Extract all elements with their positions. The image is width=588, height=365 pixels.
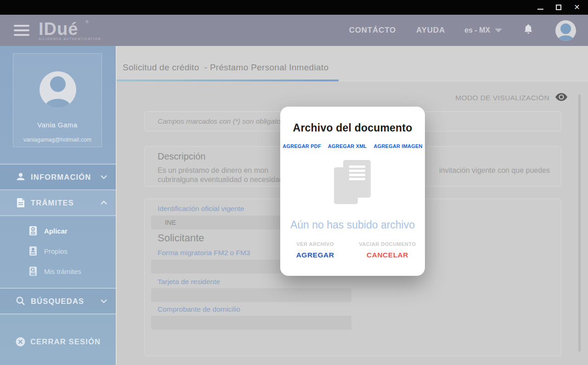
avatar-head-shape	[560, 23, 571, 34]
applicant-section-heading: Solicitante	[158, 232, 204, 244]
minimize-icon[interactable]	[536, 3, 545, 12]
tarjeta-field-label: Tarjeta de residente	[158, 278, 220, 286]
language-selector[interactable]: es - MX	[464, 26, 502, 34]
person-icon	[15, 172, 26, 182]
app-header: IDué ® DILIGENCE AUTHENTICATION CONTÁCTO…	[0, 15, 588, 46]
tarjeta-field-input[interactable]	[151, 288, 351, 302]
x-circle-icon	[15, 336, 26, 347]
sidebar-item-label: BÚSQUEDAS	[31, 297, 84, 306]
page-title-row: Solicitud de crédito - Préstamo Personal…	[117, 46, 588, 81]
registered-mark: ®	[85, 20, 89, 24]
sidebar-item-label: Mis trámites	[44, 268, 81, 275]
brand-name: IDué	[39, 21, 101, 37]
description-text-right: invitación vigente con que puedes	[439, 166, 550, 175]
sidebar-item-label: TRÁMITES	[31, 199, 74, 207]
clear-document-button[interactable]: VACIAR DOCUMENTO	[350, 241, 425, 247]
logout-button[interactable]: CERRAR SESIÓN	[0, 329, 116, 354]
comprobante-field-input[interactable]	[151, 316, 351, 330]
title-underline	[117, 80, 339, 81]
add-image-link[interactable]: AGREGAR IMAGEN	[374, 143, 423, 149]
eye-icon	[555, 93, 568, 103]
nav-help[interactable]: AYUDA	[416, 26, 445, 35]
empty-file-message: Aún no has subido archivo	[290, 219, 415, 231]
brand-logo: IDué ® DILIGENCE AUTHENTICATION	[39, 21, 101, 40]
app-window: ✕ IDué ® DILIGENCE AUTHENTICATION CONTÁC…	[0, 0, 588, 365]
avatar-torso-shape	[45, 99, 71, 108]
description-text-left: Es un préstamo de dinero en mon	[158, 166, 268, 175]
sidebar-item-label: Propios	[44, 247, 68, 255]
language-value: es - MX	[464, 26, 490, 34]
tramites-submenu: Aplicar Propios	[0, 216, 116, 288]
profile-card: Vania Gama vaniagamag@hotmail.com	[13, 53, 102, 147]
chevron-down-icon	[100, 173, 107, 181]
document-search-icon	[28, 266, 38, 276]
fm-field-label: Forma migratoria FM2 o FM3	[158, 249, 250, 257]
sidebar-item-tramites[interactable]: TRÁMITES	[0, 190, 116, 215]
nav-contact[interactable]: CONTÁCTO	[349, 26, 396, 35]
sidebar-item-informacion[interactable]: INFORMACIÓN	[0, 165, 116, 189]
profile-name: Vania Gama	[13, 121, 102, 129]
notification-bell-icon[interactable]	[523, 24, 533, 37]
id-card-icon	[28, 246, 38, 256]
sidebar-item-label: INFORMACIÓN	[31, 173, 91, 182]
chevron-down-icon	[100, 297, 107, 305]
brand-tagline: DILIGENCE AUTHENTICATION	[39, 37, 101, 40]
page-title: Solicitud de crédito - Préstamo Personal…	[123, 63, 328, 73]
sidebar-item-propios[interactable]: Propios	[0, 241, 116, 261]
user-avatar[interactable]	[555, 20, 576, 41]
sidebar-item-mis-tramites[interactable]: Mis trámites	[0, 261, 116, 281]
sidebar-item-label: Aplicar	[44, 227, 68, 235]
badge-check-icon	[28, 226, 38, 236]
avatar-torso-shape	[558, 35, 574, 41]
id-field-label: Identificación oficial vigente	[158, 205, 244, 213]
notice-text: Campos marcados con (*) son obligatorios	[158, 117, 292, 125]
view-mode-toggle[interactable]: MODO DE VISUALIZACIÓN	[455, 93, 568, 103]
chevron-up-icon	[100, 199, 107, 207]
document-file-modal: Archivo del documento AGREGAR PDF AGREGA…	[280, 107, 425, 276]
document-icon	[15, 198, 26, 208]
avatar-head-shape	[50, 76, 66, 92]
add-xml-link[interactable]: AGREGAR XML	[328, 143, 367, 149]
hamburger-menu-icon[interactable]	[14, 25, 29, 36]
chevron-down-icon	[495, 29, 502, 33]
cancel-button[interactable]: CANCELAR	[350, 251, 425, 259]
profile-email: vaniagamag@hotmail.com	[13, 137, 102, 143]
vertical-scrollbar[interactable]	[578, 94, 581, 352]
sidebar-item-aplicar[interactable]: Aplicar	[0, 221, 116, 241]
modal-title: Archivo del documento	[293, 122, 413, 134]
search-icon	[15, 296, 26, 306]
window-titlebar: ✕	[0, 0, 588, 15]
close-icon[interactable]: ✕	[572, 3, 582, 12]
view-mode-label: MODO DE VISUALIZACIÓN	[455, 94, 549, 102]
sidebar-nav: INFORMACIÓN TRÁMITES	[0, 164, 116, 314]
maximize-icon[interactable]	[554, 3, 563, 12]
profile-avatar	[40, 71, 76, 108]
view-file-button[interactable]: VER ARCHIVO	[280, 241, 350, 247]
add-pdf-link[interactable]: AGREGAR PDF	[283, 143, 321, 149]
add-button[interactable]: AGREGAR	[280, 251, 350, 259]
sidebar-item-busquedas[interactable]: BÚSQUEDAS	[0, 289, 116, 314]
comprobante-field-label: Comprobante de domicilio	[158, 305, 240, 314]
document-pages-icon	[333, 160, 373, 206]
logout-label: CERRAR SESIÓN	[30, 337, 101, 346]
sidebar: Vania Gama vaniagamag@hotmail.com INFORM…	[0, 46, 116, 365]
